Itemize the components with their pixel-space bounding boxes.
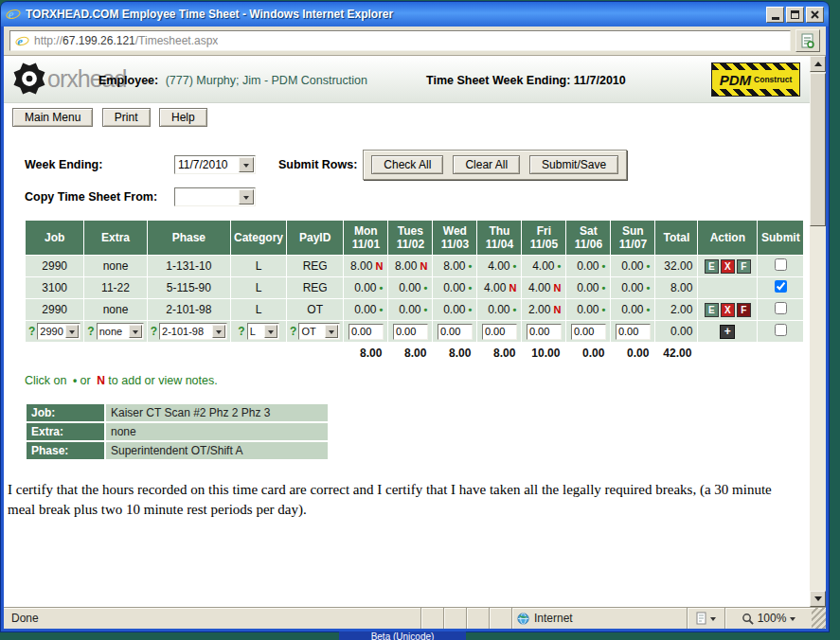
- nav-row: Main Menu Print Help: [4, 103, 810, 127]
- add-row-button[interactable]: +: [720, 325, 735, 339]
- maximize-button[interactable]: [786, 7, 804, 23]
- day-entry-cell: [344, 321, 387, 342]
- f-row-button[interactable]: F: [737, 303, 751, 317]
- submit-checkbox[interactable]: [775, 258, 787, 271]
- scroll-down-button[interactable]: [810, 591, 826, 607]
- extra-select[interactable]: none: [97, 323, 144, 340]
- taskbar-item-fragment[interactable]: Beta (Unicode): [339, 631, 466, 640]
- delete-row-button[interactable]: X: [721, 259, 735, 274]
- status-pane: [443, 608, 466, 629]
- submit-checkbox[interactable]: [775, 302, 787, 314]
- edit-row-button[interactable]: E: [705, 303, 719, 317]
- category-entry-cell: ?L: [231, 321, 286, 342]
- note-marker[interactable]: N: [553, 282, 561, 293]
- zoom-mode-button[interactable]: [687, 608, 724, 629]
- resize-grip[interactable]: [812, 608, 826, 629]
- day-entry-cell: [566, 321, 610, 342]
- note-marker[interactable]: •: [469, 304, 473, 315]
- note-marker[interactable]: •: [647, 260, 651, 272]
- hours-input[interactable]: [393, 324, 428, 340]
- note-marker[interactable]: •: [469, 260, 473, 272]
- note-marker[interactable]: •: [602, 282, 606, 293]
- chevron-down-icon: [239, 189, 254, 204]
- hours-input[interactable]: [482, 324, 517, 340]
- note-marker[interactable]: •: [380, 304, 384, 315]
- help-icon[interactable]: ?: [151, 325, 157, 338]
- delete-row-button[interactable]: X: [721, 303, 735, 317]
- zoom-control[interactable]: 100%: [724, 608, 812, 629]
- scrollbar-thumb[interactable]: [810, 73, 826, 226]
- chevron-down-icon: [325, 325, 338, 338]
- f-row-button[interactable]: F: [737, 259, 751, 274]
- note-marker[interactable]: •: [424, 304, 428, 315]
- row-total-cell: 2.00: [655, 299, 697, 320]
- hours-input[interactable]: [527, 324, 562, 340]
- note-marker[interactable]: N: [509, 282, 516, 293]
- address-input[interactable]: e http://67.199.26.121/Timesheet.aspx: [9, 30, 791, 51]
- submit-checkbox[interactable]: [775, 280, 787, 293]
- note-marker[interactable]: •: [647, 282, 651, 293]
- note-marker[interactable]: •: [602, 304, 606, 315]
- note-marker[interactable]: •: [469, 282, 473, 293]
- day-cell: 0.00•: [388, 299, 432, 320]
- submit-save-button[interactable]: Submit/Save: [529, 155, 618, 174]
- hours-input[interactable]: [438, 324, 473, 340]
- check-all-button[interactable]: Check All: [371, 155, 443, 174]
- note-marker[interactable]: •: [647, 304, 651, 315]
- note-marker[interactable]: •: [558, 260, 562, 272]
- job-select[interactable]: 2990: [37, 323, 80, 340]
- note-n-icon[interactable]: N: [97, 374, 105, 387]
- totals-spacer: [698, 343, 803, 364]
- phase-select[interactable]: 2-101-98: [159, 323, 227, 340]
- note-marker[interactable]: N: [553, 304, 561, 315]
- close-button[interactable]: [806, 7, 824, 23]
- note-marker[interactable]: N: [420, 260, 427, 272]
- page-icon: [801, 33, 814, 48]
- hours-input[interactable]: [349, 324, 384, 340]
- category-select[interactable]: L: [247, 323, 279, 340]
- close-icon: [811, 10, 819, 19]
- notes-hint: Click on • or N to add or view notes.: [25, 374, 810, 387]
- status-text-pane: Done: [4, 608, 420, 629]
- vertical-scrollbar[interactable]: [810, 56, 826, 607]
- day-cell: 0.00•: [433, 277, 476, 298]
- note-marker[interactable]: •: [424, 282, 428, 293]
- week-ending-select[interactable]: 11/7/2010: [174, 155, 256, 174]
- help-icon[interactable]: ?: [28, 325, 35, 338]
- title-bar[interactable]: e TORXHEAD.COM Employee Time Sheet - Win…: [1, 2, 829, 27]
- pdm-stripe-bottom: [712, 89, 799, 96]
- detail-label: Phase:: [27, 442, 104, 459]
- copy-timesheet-select[interactable]: [174, 187, 256, 206]
- help-icon[interactable]: ?: [290, 325, 296, 338]
- day-total: 8.00: [388, 343, 432, 364]
- main-menu-button[interactable]: Main Menu: [12, 108, 93, 127]
- note-marker[interactable]: •: [513, 304, 517, 315]
- job-cell: 2990: [26, 256, 83, 276]
- note-marker[interactable]: •: [513, 260, 517, 272]
- payid-select[interactable]: OT: [298, 323, 340, 340]
- status-pane: [466, 608, 489, 629]
- zoom-level: 100%: [758, 612, 787, 625]
- page-options-button[interactable]: [795, 29, 820, 52]
- scroll-up-button[interactable]: [810, 56, 826, 72]
- day-cell: 8.00N: [344, 256, 387, 276]
- col-header: Submit: [758, 221, 803, 255]
- print-button[interactable]: Print: [102, 108, 151, 127]
- submit-checkbox[interactable]: [775, 324, 787, 336]
- url-text: http://67.199.26.121/Timesheet.aspx: [34, 34, 218, 47]
- help-icon[interactable]: ?: [238, 325, 244, 338]
- minimize-button[interactable]: [766, 7, 784, 23]
- detail-label: Extra:: [27, 423, 104, 440]
- edit-row-button[interactable]: E: [705, 259, 719, 274]
- note-marker[interactable]: •: [380, 282, 384, 293]
- help-icon[interactable]: ?: [87, 325, 94, 338]
- note-marker[interactable]: N: [375, 260, 383, 272]
- help-button[interactable]: Help: [159, 108, 207, 127]
- chevron-down-icon: [264, 325, 277, 338]
- note-marker[interactable]: •: [602, 260, 606, 272]
- clear-all-button[interactable]: Clear All: [453, 155, 520, 174]
- category-cell: L: [231, 256, 286, 276]
- hours-input[interactable]: [571, 324, 606, 340]
- hours-input[interactable]: [616, 324, 651, 340]
- header-row: Job Extra Phase Category PayID Mon 11/01…: [26, 221, 803, 255]
